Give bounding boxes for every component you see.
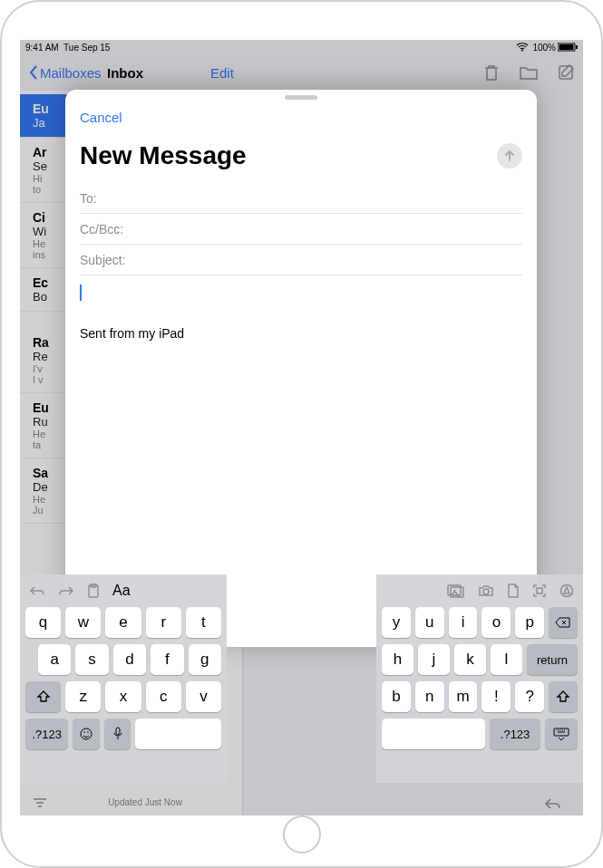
markup-icon[interactable]	[559, 583, 574, 598]
key-o[interactable]: o	[481, 607, 511, 638]
status-time: 9:41 AM Tue Sep 15	[25, 43, 110, 53]
to-field[interactable]: To:	[80, 183, 522, 214]
key-j[interactable]: j	[418, 644, 450, 675]
key-t[interactable]: t	[186, 607, 221, 638]
sheet-grabber[interactable]	[285, 95, 317, 100]
numbers-key[interactable]: .?123	[490, 719, 541, 749]
key-k[interactable]: k	[454, 644, 486, 675]
svg-point-0	[521, 50, 523, 52]
key-y[interactable]: y	[382, 607, 411, 638]
key-x[interactable]: x	[105, 681, 141, 712]
svg-rect-3	[576, 45, 578, 49]
key-v[interactable]: v	[186, 681, 221, 712]
key-g[interactable]: g	[189, 644, 221, 675]
mail-footer: Updated Just Now	[20, 797, 243, 808]
text-cursor	[80, 285, 82, 301]
camera-icon[interactable]	[478, 584, 494, 597]
key-p[interactable]: p	[515, 607, 544, 638]
delete-key[interactable]	[549, 607, 578, 638]
key-u[interactable]: u	[415, 607, 444, 638]
key-a[interactable]: a	[38, 644, 71, 675]
status-bar: 9:41 AM Tue Sep 15 100%	[20, 40, 583, 54]
format-text[interactable]: Aa	[112, 583, 131, 599]
paste-icon[interactable]	[87, 583, 100, 598]
chevron-left-icon	[29, 65, 38, 80]
key-f[interactable]: f	[151, 644, 183, 675]
signature-text: Sent from my iPad	[80, 326, 522, 341]
arrow-up-icon	[502, 149, 517, 163]
compose-icon[interactable]	[558, 64, 574, 81]
key-r[interactable]: r	[146, 607, 181, 638]
key-e[interactable]: e	[105, 607, 141, 638]
wifi-icon	[516, 43, 529, 52]
key-q[interactable]: q	[25, 607, 61, 638]
svg-point-8	[83, 731, 85, 733]
compose-body[interactable]: Sent from my iPad	[80, 275, 522, 341]
photos-icon[interactable]	[447, 584, 465, 598]
key-l[interactable]: l	[491, 644, 522, 675]
key-c[interactable]: c	[146, 681, 181, 712]
keyboard-hide-key[interactable]	[545, 719, 578, 749]
key-z[interactable]: z	[65, 681, 101, 712]
key-i[interactable]: i	[449, 607, 478, 638]
numbers-key[interactable]: .?123	[25, 719, 68, 749]
reply-icon[interactable]	[544, 797, 560, 810]
key-b[interactable]: b	[382, 681, 411, 712]
battery-icon: 100%	[532, 43, 578, 53]
svg-point-14	[483, 589, 489, 594]
document-icon[interactable]	[507, 583, 520, 598]
filter-icon[interactable]	[33, 797, 47, 808]
svg-rect-2	[559, 44, 574, 51]
space-key[interactable]	[382, 719, 485, 749]
folder-icon[interactable]	[520, 65, 538, 80]
inbox-title: Inbox	[107, 65, 143, 81]
ipad-frame: 9:41 AM Tue Sep 15 100% Mailboxes	[0, 0, 603, 868]
key-s[interactable]: s	[75, 644, 108, 675]
key-quest[interactable]: ?	[515, 681, 544, 712]
emoji-key[interactable]	[73, 719, 100, 749]
redo-icon[interactable]	[58, 584, 74, 597]
shift-key[interactable]	[25, 681, 61, 712]
keyboard-toolbar-left: Aa	[20, 574, 227, 607]
svg-rect-10	[116, 728, 120, 735]
ccbcc-field[interactable]: Cc/Bcc:	[80, 214, 522, 245]
key-d[interactable]: d	[113, 644, 146, 675]
back-button[interactable]: Mailboxes	[29, 65, 102, 81]
svg-rect-15	[537, 588, 542, 593]
mail-navbar: Mailboxes Inbox Edit	[20, 54, 583, 91]
key-w[interactable]: w	[65, 607, 101, 638]
key-m[interactable]: m	[449, 681, 478, 712]
split-keyboard-left: Aa q w e r t a s d f g	[20, 574, 227, 783]
split-keyboard-right: y u i o p h j k l return b n m	[376, 574, 583, 783]
screen: 9:41 AM Tue Sep 15 100% Mailboxes	[20, 40, 583, 815]
shift-key[interactable]	[549, 681, 578, 712]
home-button[interactable]	[283, 815, 321, 854]
undo-icon[interactable]	[29, 584, 45, 597]
subject-field[interactable]: Subject:	[80, 245, 522, 275]
dictation-key[interactable]	[104, 719, 131, 749]
key-excl[interactable]: !	[481, 681, 511, 712]
trash-icon[interactable]	[483, 63, 500, 82]
compose-title: New Message	[80, 141, 247, 170]
space-key[interactable]	[135, 719, 221, 749]
scan-icon[interactable]	[532, 583, 547, 598]
key-n[interactable]: n	[415, 681, 444, 712]
key-h[interactable]: h	[382, 644, 413, 675]
svg-point-9	[87, 731, 89, 733]
return-key[interactable]: return	[527, 644, 578, 675]
keyboard-toolbar-right	[376, 574, 583, 607]
cancel-button[interactable]: Cancel	[80, 110, 122, 125]
edit-button[interactable]: Edit	[210, 65, 234, 81]
compose-sheet: Cancel New Message To: Cc/Bcc: Subject: …	[65, 90, 537, 647]
send-button[interactable]	[497, 143, 522, 169]
svg-point-7	[81, 728, 92, 739]
